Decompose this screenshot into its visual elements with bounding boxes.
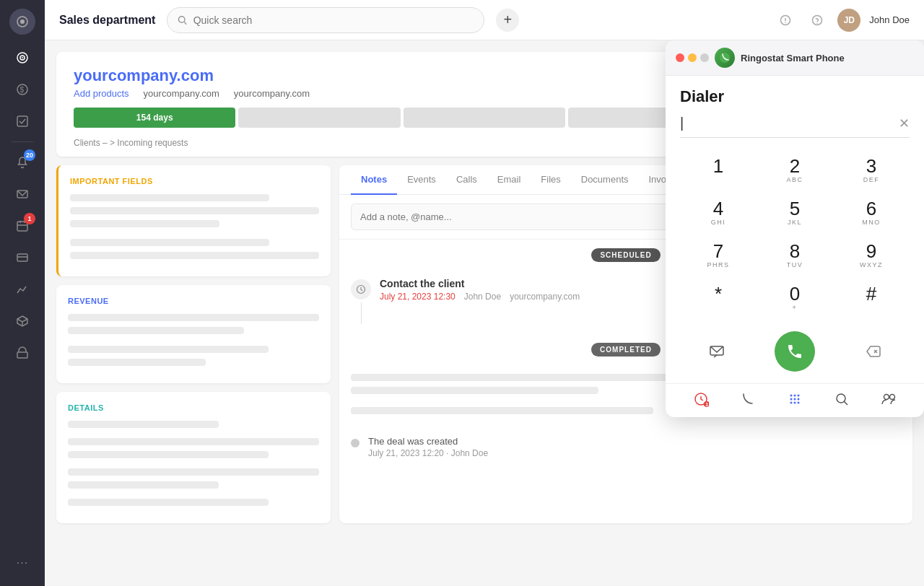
- revenue-section: REVENUE: [56, 285, 331, 383]
- tab-events[interactable]: Events: [397, 165, 446, 195]
- tab-calls[interactable]: Calls: [446, 165, 487, 195]
- dialer-footer-recent[interactable]: 1: [693, 391, 709, 407]
- dial-key-8-num: 8: [790, 242, 800, 261]
- deal-meta: Add products yourcompany.com yourcompany…: [74, 88, 310, 99]
- help-icon[interactable]: [806, 9, 829, 32]
- tab-documents[interactable]: Documents: [571, 165, 639, 195]
- skeleton-1: [70, 194, 269, 201]
- details-section: DETAILS: [56, 392, 331, 523]
- dial-key-6-letters: MNO: [862, 219, 881, 227]
- dial-key-2-letters: ABC: [786, 176, 803, 185]
- sidebar-item-check[interactable]: [8, 107, 37, 136]
- dialer-clear-button[interactable]: ✕: [899, 115, 910, 131]
- created-item: The deal was created July 21, 2023 12:20…: [339, 429, 912, 465]
- sidebar-item-store[interactable]: [8, 338, 37, 367]
- sidebar-item-target[interactable]: [8, 43, 37, 72]
- dial-key-2[interactable]: 2 ABC: [757, 149, 833, 192]
- traffic-light-green[interactable]: [700, 53, 709, 62]
- dialer-app-icon: [715, 48, 735, 68]
- page-title: Sales department: [59, 14, 155, 27]
- skeleton-d6: [68, 499, 269, 506]
- search-bar[interactable]: [167, 7, 484, 33]
- dialer-title: Dialer: [680, 87, 910, 106]
- svg-text:$: $: [20, 86, 25, 94]
- sidebar-item-card[interactable]: [8, 243, 37, 272]
- dialer-action-row: [680, 325, 910, 375]
- dial-key-3[interactable]: 3 DEF: [833, 149, 910, 192]
- dialer-footer-calls[interactable]: [740, 391, 756, 407]
- svg-point-23: [817, 22, 819, 24]
- dial-key-0[interactable]: 0 +: [757, 277, 833, 320]
- deal-link2: yourcompany.com: [234, 88, 310, 99]
- avatar: JD: [837, 9, 860, 32]
- topbar-actions: JD John Doe: [774, 9, 910, 32]
- dial-key-9-num: 9: [866, 242, 876, 261]
- sidebar-item-mail[interactable]: [8, 180, 37, 209]
- created-meta: July 21, 2023 12:20 · John Doe: [368, 448, 488, 458]
- dial-key-star[interactable]: *: [680, 277, 757, 320]
- dialer-app-name: Ringostat Smart Phone: [741, 53, 845, 64]
- skeleton-d4: [68, 468, 319, 476]
- dial-key-6[interactable]: 6 MNO: [833, 192, 910, 235]
- progress-segment-2[interactable]: [238, 108, 400, 128]
- sidebar-item-bell[interactable]: 20: [8, 148, 37, 177]
- progress-segment-3[interactable]: [404, 108, 565, 128]
- traffic-light-red[interactable]: [676, 53, 684, 62]
- event-date-1: July 21, 2023 12:30: [380, 292, 456, 302]
- progress-segment-active[interactable]: 154 days: [74, 108, 235, 128]
- skeleton-d3: [68, 451, 269, 458]
- sidebar-item-calendar[interactable]: 1: [8, 211, 37, 240]
- dialer-call-button[interactable]: [775, 331, 815, 372]
- main-content: Sales department + JD John Doe yourcompa…: [45, 0, 924, 586]
- sidebar-item-chart[interactable]: [8, 275, 37, 304]
- dialer-footer-contacts[interactable]: [881, 391, 897, 407]
- page-body: yourcompany.com Add products yourcompany…: [45, 40, 924, 586]
- dial-key-1[interactable]: 1: [680, 149, 757, 192]
- dialer-footer-search[interactable]: [834, 391, 850, 407]
- dialer-backspace-button[interactable]: [857, 336, 889, 367]
- sidebar-item-dollar[interactable]: $: [8, 75, 37, 104]
- dialer-phone-input[interactable]: [680, 115, 899, 131]
- sidebar-item-more[interactable]: ···: [8, 548, 37, 577]
- bell-badge: 20: [24, 149, 35, 161]
- traffic-light-yellow[interactable]: [688, 53, 697, 62]
- topbar: Sales department + JD John Doe: [45, 0, 924, 40]
- search-input[interactable]: [193, 14, 474, 26]
- skeleton-2: [70, 207, 319, 214]
- skeleton-r3: [68, 346, 269, 353]
- skeleton-r2: [68, 327, 244, 334]
- svg-rect-13: [17, 254, 27, 261]
- scheduled-badge: SCHEDULED: [591, 248, 660, 262]
- tab-email[interactable]: Email: [487, 165, 531, 195]
- add-button[interactable]: +: [496, 9, 519, 32]
- dial-key-hash[interactable]: #: [833, 277, 910, 320]
- skeleton-d2: [68, 438, 319, 445]
- svg-point-25: [720, 53, 730, 63]
- dial-key-5[interactable]: 5 JKL: [757, 192, 833, 235]
- dialer-titlebar: Ringostat Smart Phone: [666, 40, 924, 76]
- dial-key-4[interactable]: 4 GHI: [680, 192, 757, 235]
- dialer-footer: 1: [666, 383, 924, 417]
- dial-key-8-letters: TUV: [787, 261, 803, 270]
- completed-badge: COMPLETED: [591, 343, 661, 357]
- dial-key-9[interactable]: 9 WXYZ: [833, 235, 910, 277]
- dial-key-0-letters: +: [793, 304, 798, 312]
- svg-point-17: [179, 16, 186, 22]
- dialer-footer-keypad[interactable]: [787, 391, 803, 407]
- dial-key-3-num: 3: [866, 157, 876, 175]
- tab-files[interactable]: Files: [531, 165, 570, 195]
- created-text: The deal was created: [368, 436, 488, 447]
- svg-line-43: [845, 402, 848, 406]
- calendar-badge: 1: [24, 213, 35, 224]
- add-products-link[interactable]: Add products: [74, 88, 129, 99]
- notifications-icon[interactable]: [774, 9, 797, 32]
- svg-line-18: [184, 22, 186, 24]
- skeleton-4: [70, 239, 269, 246]
- dial-key-7[interactable]: 7 PHRS: [680, 235, 757, 277]
- sidebar-item-box[interactable]: [8, 307, 37, 336]
- dial-key-8[interactable]: 8 TUV: [757, 235, 833, 277]
- dialer-sms-button[interactable]: [701, 336, 733, 367]
- tab-notes[interactable]: Notes: [351, 165, 397, 195]
- event-clock-icon: [351, 279, 371, 299]
- svg-point-35: [797, 395, 799, 397]
